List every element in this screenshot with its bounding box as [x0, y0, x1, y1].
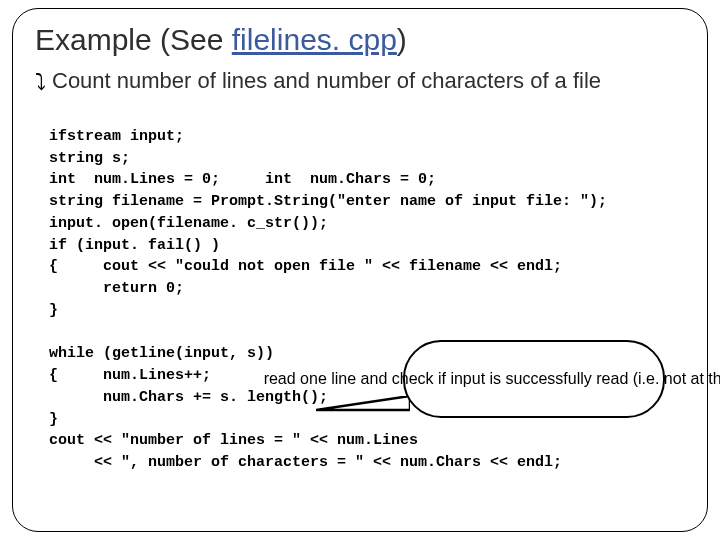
code-line: cout << "number of lines = " << num.Line…: [49, 432, 418, 449]
code-line: input. open(filename. c_str());: [49, 215, 328, 232]
callout-bubble: read one line and check if input is succ…: [403, 340, 665, 418]
code-line: string filename = Prompt.String("enter n…: [49, 193, 607, 210]
code-line: }: [49, 411, 58, 428]
bullet-text: Count number of lines and number of char…: [52, 68, 601, 94]
code-line: }: [49, 302, 58, 319]
title-prefix: Example (See: [35, 23, 232, 56]
title-filename: filelines. cpp: [232, 23, 397, 56]
code-line: ifstream input;: [49, 128, 184, 145]
slide-title: Example (See filelines. cpp): [35, 23, 685, 56]
slide-frame: Example (See filelines. cpp) ⤵ Count num…: [12, 8, 708, 532]
code-line: while (getline(input, s)): [49, 345, 274, 362]
code-line: { cout << "could not open file " << file…: [49, 258, 562, 275]
code-block: ifstream input; string s; int num.Lines …: [35, 104, 685, 540]
svg-marker-0: [316, 396, 410, 410]
callout-tail: [316, 396, 410, 422]
code-line: if (input. fail() ): [49, 237, 220, 254]
bullet-icon: ⤵: [35, 71, 46, 93]
title-suffix: ): [397, 23, 407, 56]
code-line: int num.Lines = 0; int num.Chars = 0;: [49, 171, 436, 188]
code-line: { num.Lines++;: [49, 367, 211, 384]
callout-text: read one line and check if input is succ…: [264, 369, 720, 389]
code-line: string s;: [49, 150, 130, 167]
bullet-row: ⤵ Count number of lines and number of ch…: [35, 68, 685, 94]
code-line: return 0;: [49, 280, 184, 297]
code-line: num.Chars += s. length();: [49, 389, 328, 406]
code-line: << ", number of characters = " << num.Ch…: [49, 454, 562, 471]
